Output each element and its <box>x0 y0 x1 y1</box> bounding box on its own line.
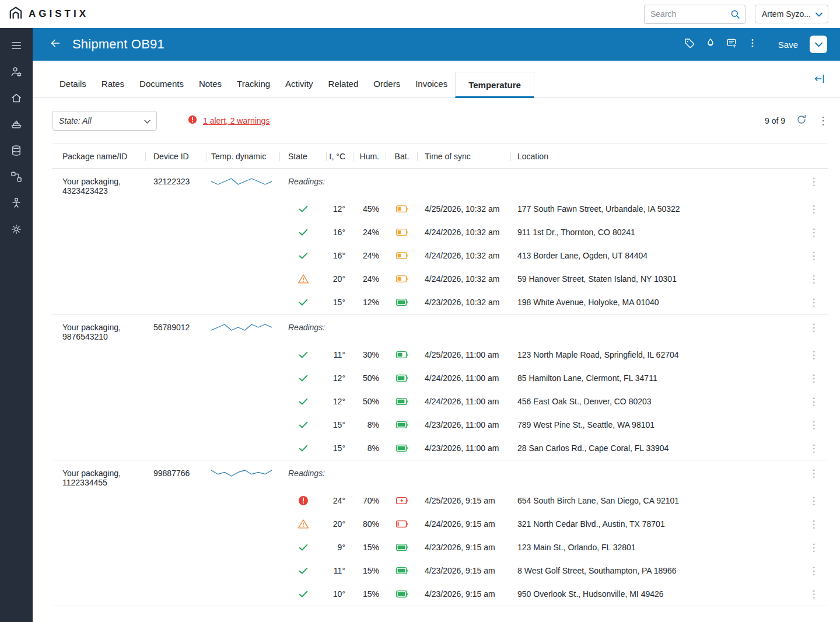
battery-icon <box>396 274 409 284</box>
search-icon[interactable] <box>730 9 741 22</box>
temperature-value: 20° <box>327 519 354 529</box>
battery-icon <box>396 589 409 599</box>
temperature-value: 9° <box>327 543 354 552</box>
ok-status-icon <box>298 372 309 384</box>
sidebar-item-person[interactable] <box>5 193 28 216</box>
row-menu-button[interactable]: ⋮ <box>809 589 819 599</box>
user-menu[interactable]: Artem Syzo... <box>755 5 828 23</box>
tab-orders[interactable]: Orders <box>366 71 408 97</box>
sidebar-item-gear[interactable] <box>5 219 28 242</box>
row-menu-cell: ⋮ <box>799 298 828 307</box>
tab-invoices[interactable]: Invoices <box>408 71 455 97</box>
sidebar-item-database[interactable] <box>5 140 28 163</box>
back-button[interactable] <box>47 36 64 53</box>
humidity-value: 30% <box>354 350 386 359</box>
tab-details[interactable]: Details <box>52 71 94 97</box>
row-menu-button[interactable]: ⋮ <box>809 519 819 529</box>
row-menu-button[interactable]: ⋮ <box>809 543 819 553</box>
row-menu-cell: ⋮ <box>799 519 828 529</box>
sidebar-item-home[interactable] <box>5 88 28 111</box>
state-filter-select[interactable]: State: All <box>52 111 157 131</box>
row-menu-cell: ⋮ <box>799 589 828 599</box>
row-menu-button[interactable]: ⋮ <box>809 420 819 430</box>
group-menu-button[interactable]: ⋮ <box>809 177 819 187</box>
row-menu-button[interactable]: ⋮ <box>809 566 819 576</box>
temp-sparkline <box>211 177 272 186</box>
tab-bar: DetailsRatesDocumentsNotesTrackingActivi… <box>33 61 840 98</box>
battery-icon <box>396 496 409 505</box>
reading-row: 16°24%4/24/2026, 10:32 am911 1st Dr., Th… <box>52 221 828 244</box>
temperature-value: 15° <box>327 443 354 453</box>
group-menu-button[interactable]: ⋮ <box>809 323 819 333</box>
collapse-panel-icon[interactable] <box>813 72 826 88</box>
row-menu-button[interactable]: ⋮ <box>809 397 819 407</box>
row-menu-button[interactable]: ⋮ <box>809 496 819 506</box>
save-button[interactable]: Save <box>778 40 798 50</box>
sidebar-item-workflow[interactable] <box>5 166 28 190</box>
row-menu-button[interactable]: ⋮ <box>809 298 819 307</box>
location: 789 West Pine St., Seattle, WA 98101 <box>511 420 799 429</box>
temp-dynamic-cell <box>207 177 280 186</box>
header-action-note-add[interactable] <box>722 35 741 54</box>
filter-bar: State: All 1 alert, 2 warnings 9 of 9 <box>33 98 840 144</box>
humidity-value: 45% <box>354 204 386 214</box>
menu-icon <box>10 39 23 54</box>
header-action-more[interactable] <box>743 35 762 54</box>
battery-icon <box>396 228 409 237</box>
tab-temperature[interactable]: Temperature <box>455 72 534 98</box>
state-cell <box>280 396 327 407</box>
reading-row: 11°15%4/23/2026, 9:15 am8 West Golf Stre… <box>52 559 828 582</box>
reading-row: 15°12%4/23/2026, 10:32 am198 White Avenu… <box>52 291 828 314</box>
row-menu-button[interactable]: ⋮ <box>809 350 819 360</box>
battery-cell <box>386 543 418 552</box>
row-menu-cell: ⋮ <box>799 350 828 360</box>
row-menu-cell: ⋮ <box>799 204 828 214</box>
package-name: Your packaging,9876543210 <box>52 323 146 341</box>
location: 911 1st Dr., Thornton, CO 80241 <box>511 228 799 237</box>
row-menu-button[interactable]: ⋮ <box>809 274 819 284</box>
tag-icon <box>684 37 695 51</box>
tab-activity[interactable]: Activity <box>278 71 321 97</box>
tab-documents[interactable]: Documents <box>132 71 191 97</box>
location: 85 Hamilton Lane, Clermont, FL 34711 <box>511 373 799 383</box>
row-menu-button[interactable]: ⋮ <box>809 373 819 383</box>
sidebar-item-ship[interactable] <box>5 114 28 137</box>
row-menu-button[interactable]: ⋮ <box>809 228 819 237</box>
battery-cell <box>386 274 418 284</box>
temperature-value: 15° <box>327 420 354 429</box>
header-dropdown-button[interactable] <box>810 36 827 53</box>
battery-cell <box>386 251 418 260</box>
tab-tracking[interactable]: Tracking <box>229 71 278 97</box>
row-menu-cell: ⋮ <box>799 373 828 383</box>
row-menu-button[interactable]: ⋮ <box>809 204 819 214</box>
sync-time: 4/24/2026, 9:15 am <box>418 519 511 529</box>
warning-status-icon <box>298 518 309 530</box>
state-cell <box>280 419 327 431</box>
battery-icon <box>396 566 409 575</box>
refresh-button[interactable] <box>796 114 807 128</box>
table-menu-button[interactable]: ⋮ <box>818 116 828 126</box>
sync-time: 4/23/2026, 9:15 am <box>418 543 511 552</box>
tab-notes[interactable]: Notes <box>191 71 229 97</box>
alerts-link[interactable]: 1 alert, 2 warnings <box>203 116 270 125</box>
tab-rates[interactable]: Rates <box>94 71 132 97</box>
tab-related[interactable]: Related <box>321 71 366 97</box>
ok-status-icon <box>298 442 309 454</box>
sync-time: 4/24/2026, 10:32 am <box>418 251 511 260</box>
sidebar-item-user-settings[interactable] <box>5 61 28 85</box>
sidebar <box>0 28 33 622</box>
agistix-logo-icon <box>8 5 23 23</box>
row-menu-button[interactable]: ⋮ <box>809 443 819 453</box>
row-menu-button[interactable]: ⋮ <box>809 251 819 261</box>
ok-status-icon <box>298 250 309 261</box>
sync-time: 4/23/2026, 11:00 am <box>418 443 511 453</box>
group-menu-button[interactable]: ⋮ <box>809 469 819 478</box>
header-action-tag[interactable] <box>680 35 699 54</box>
package-name: Your packaging,1122334455 <box>52 469 146 487</box>
header-action-flame[interactable] <box>701 35 720 54</box>
battery-icon <box>396 543 409 552</box>
humidity-value: 24% <box>354 274 386 284</box>
state-cell <box>280 250 327 261</box>
sidebar-item-menu[interactable] <box>5 35 28 58</box>
battery-icon <box>396 397 409 406</box>
